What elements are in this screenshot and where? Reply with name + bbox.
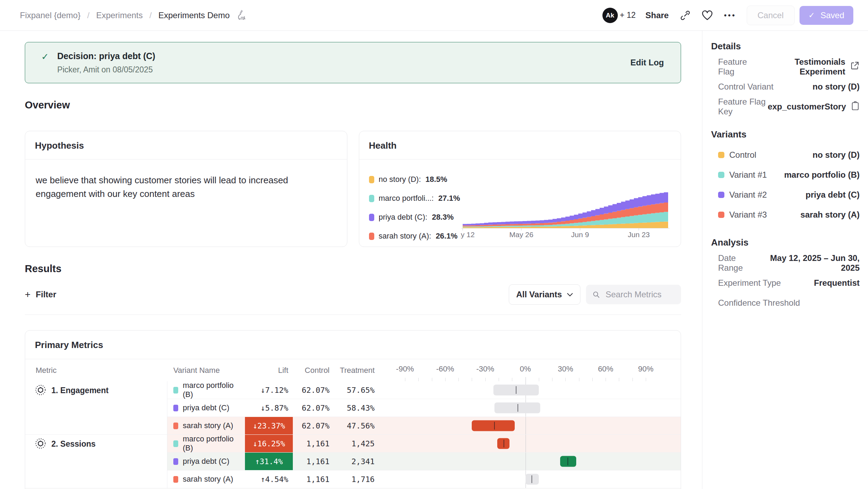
decision-subtitle: Picker, Amit on 08/05/2025 (57, 65, 155, 75)
filter-label: Filter (36, 290, 56, 299)
ci-axis-tick (606, 378, 606, 381)
variants-row: Variant #3sarah story (A) (711, 205, 860, 225)
decision-banner: ✓ Decision: priya debt (C) Picker, Amit … (25, 42, 681, 83)
details-label: Feature Flag Key (718, 97, 768, 116)
health-legend-item: sarah story (A): 26.1% (369, 232, 461, 241)
treatment-value: 57.65% (333, 381, 379, 399)
legend-label: no story (D): (379, 175, 421, 184)
details-value: Testimonials Experiment (760, 57, 860, 77)
variant-swatch (173, 423, 178, 429)
results-divider (25, 314, 681, 315)
analysis-label: Experiment Type (718, 278, 781, 288)
lift-value: ↑4.54% (245, 470, 293, 488)
variants-dropdown-value: All Variants (516, 290, 562, 299)
legend-value: 26.1% (436, 232, 457, 241)
ci-axis-label: 90% (638, 364, 653, 374)
hypothesis-title: Hypothesis (25, 131, 347, 160)
breadcrumb-item[interactable]: Fixpanel {demo} (20, 10, 80, 20)
control-value: 1,161 (293, 435, 333, 453)
analysis-row: Experiment TypeFrequentist (711, 273, 860, 293)
breadcrumb-item[interactable]: Experiments (96, 10, 143, 20)
metric-name: 2. Sessions (51, 439, 96, 449)
variant-name-cell: sarah story (A) (167, 470, 245, 488)
legend-swatch (369, 195, 374, 202)
ci-axis (405, 399, 646, 417)
variants-row: Variant #1marco portfolio (B) (711, 165, 860, 185)
analysis-label: Confidence Threshold (718, 298, 800, 308)
treatment-value: 1,425 (333, 435, 379, 453)
ci-chart-cell (379, 453, 681, 470)
col-variant-name: Variant Name (167, 359, 245, 381)
primary-metrics-title: Primary Metrics (25, 331, 681, 359)
variants-label: Variant #1 (718, 170, 767, 180)
legend-value: 18.5% (426, 175, 447, 184)
search-metrics-box[interactable] (586, 285, 681, 304)
favorite-heart-icon[interactable] (702, 10, 713, 21)
breadcrumb-item[interactable]: Experiments Demo (158, 10, 230, 20)
details-heading: Details (711, 41, 860, 52)
analysis-row: Confidence Threshold (711, 293, 860, 313)
ci-axis-tick (418, 378, 419, 381)
metric-group-cell: 2. Sessions (25, 435, 167, 488)
cancel-button[interactable]: Cancel (747, 6, 795, 25)
avatar[interactable]: Ak (602, 8, 618, 23)
analysis-value: May 12, 2025 – Jun 30, 2025 (759, 253, 860, 273)
legend-label: sarah story (A): (379, 232, 431, 241)
variants-heading: Variants (711, 129, 860, 140)
copy-icon[interactable] (851, 101, 860, 113)
ci-axis-label: 30% (558, 364, 573, 374)
variant-swatch (173, 405, 178, 411)
variant-name-cell: priya debt (C) (167, 399, 245, 417)
copy-link-icon[interactable] (680, 10, 690, 21)
variants-value: priya debt (C) (805, 190, 860, 200)
edit-log-button[interactable]: Edit Log (630, 58, 664, 68)
health-legend-item: marco portfoli...: 27.1% (369, 194, 461, 203)
ci-axis-label: -60% (436, 364, 454, 374)
ci-axis-tick (499, 378, 499, 381)
treatment-value: 1,716 (333, 470, 379, 488)
saved-button[interactable]: ✓ Saved (800, 6, 854, 25)
control-value: 62.07% (293, 399, 333, 417)
ci-axis (405, 470, 646, 488)
health-legend: no story (D): 18.5%marco portfoli...: 27… (369, 169, 461, 241)
add-filter-button[interactable]: + Filter (25, 289, 56, 300)
confidence-interval-bar (472, 420, 514, 431)
collaborators-count[interactable]: + 12 (620, 10, 636, 20)
lift-value: ↑31.4% (245, 453, 293, 470)
analysis-row: Date RangeMay 12, 2025 – Jun 30, 2025 (711, 253, 860, 273)
metrics-table-header: Metric Variant Name Lift Control Treatme… (25, 359, 681, 381)
results-heading: Results (25, 263, 681, 275)
variants-label: Variant #2 (718, 190, 767, 200)
health-x-tick: May 12 (461, 231, 475, 239)
plus-icon: + (25, 289, 30, 300)
external-link-icon[interactable] (850, 61, 860, 72)
microscope-icon (236, 9, 247, 22)
col-control: Control (293, 359, 333, 381)
variants-label: Variant #3 (718, 210, 767, 220)
variant-color-swatch (718, 172, 724, 178)
health-chart: May 12May 26Jun 9Jun 23 (461, 169, 676, 241)
more-options-button[interactable]: ••• (724, 11, 736, 20)
ci-axis-label: -30% (476, 364, 494, 374)
ci-chart-cell (379, 417, 681, 435)
legend-swatch (369, 176, 374, 183)
ci-axis-label: 60% (598, 364, 613, 374)
health-x-tick: Jun 9 (571, 231, 589, 239)
details-row: Control Variantno story (D) (711, 77, 860, 97)
variant-color-swatch (718, 152, 724, 158)
ci-mean-tick (531, 475, 532, 483)
analysis-label: Date Range (718, 253, 759, 273)
health-area-chart: May 12May 26Jun 9Jun 23 (461, 169, 670, 239)
ci-chart-cell (379, 470, 681, 488)
ci-mean-tick (518, 404, 518, 412)
search-metrics-input[interactable] (605, 289, 675, 300)
analysis-value: Frequentist (814, 278, 860, 288)
share-button[interactable]: Share (645, 10, 669, 20)
variants-dropdown[interactable]: All Variants (509, 284, 580, 305)
decision-check-icon: ✓ (41, 51, 49, 62)
metric-group-cell: 1. Engagement (25, 381, 167, 435)
treatment-value: 47.56% (333, 417, 379, 435)
ci-axis-tick (445, 378, 446, 381)
legend-value: 28.3% (432, 213, 454, 222)
search-icon (592, 290, 600, 299)
